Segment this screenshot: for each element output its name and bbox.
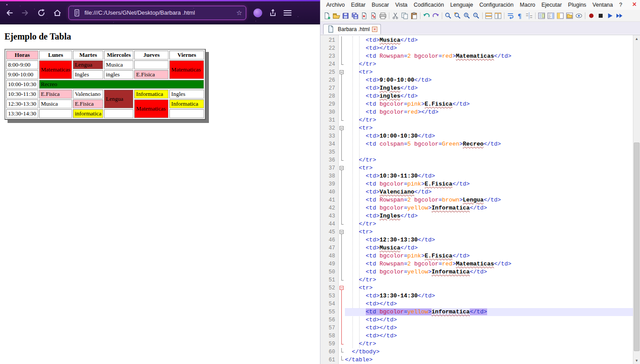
fold-marker[interactable] [338, 156, 345, 164]
fold-marker[interactable] [338, 236, 345, 244]
back-button[interactable] [3, 6, 16, 20]
code-line[interactable]: 22<td></td> [320, 44, 633, 52]
fold-marker[interactable] [338, 276, 345, 284]
code-line[interactable]: 45<tr> [320, 228, 633, 236]
forward-button[interactable] [19, 6, 32, 20]
code-line[interactable]: 29<td bgcolor=pink>E.Fisica</td> [320, 100, 633, 108]
fold-marker[interactable] [338, 356, 345, 364]
zoom-in-icon[interactable] [462, 11, 472, 20]
fold-marker[interactable] [338, 36, 345, 44]
play-macro-icon[interactable] [605, 11, 615, 20]
code-line[interactable]: 32<tr> [320, 124, 633, 132]
code-line[interactable]: 30<td bgcolor=red></td> [320, 108, 633, 116]
fold-marker[interactable] [338, 148, 345, 156]
fold-marker[interactable] [338, 124, 345, 132]
scroll-up-arrow[interactable]: ▲ [633, 35, 640, 42]
extension-icon[interactable] [253, 8, 262, 17]
monitoring-icon[interactable] [574, 11, 584, 20]
fold-marker[interactable] [338, 220, 345, 228]
reload-button[interactable] [35, 6, 48, 20]
cut-icon[interactable] [391, 11, 400, 20]
word-wrap-icon[interactable] [506, 11, 515, 20]
hamburger-menu-icon[interactable] [284, 10, 292, 16]
tab-close-icon[interactable]: × [372, 27, 377, 32]
code-line[interactable]: 41<td Rowspan=2 bgcolor=brown>Lengua</td… [320, 196, 633, 204]
fold-marker[interactable] [338, 52, 345, 60]
code-line[interactable]: 58<td></td> [320, 332, 633, 340]
copy-icon[interactable] [400, 11, 409, 20]
bookmark-star-icon[interactable]: ☆ [236, 9, 242, 16]
share-icon[interactable] [268, 8, 277, 17]
code-line[interactable]: 53<td>13:30-14:30</td> [320, 292, 633, 300]
menu-item-editar[interactable]: Editar [348, 1, 369, 9]
code-line[interactable]: 37<tr> [320, 164, 633, 172]
code-line[interactable]: 31</tr> [320, 116, 633, 124]
menu-item-vista[interactable]: Vista [392, 1, 411, 9]
fold-marker[interactable] [338, 44, 345, 52]
fold-marker[interactable] [338, 132, 345, 140]
find-icon[interactable] [444, 11, 453, 20]
fold-marker[interactable] [338, 260, 345, 268]
fold-marker[interactable] [338, 284, 345, 292]
menu-item-lenguaje[interactable]: Lenguaje [447, 1, 476, 9]
record-macro-icon[interactable] [587, 11, 596, 20]
code-line[interactable]: 36</tr> [320, 156, 633, 164]
code-line[interactable]: 50<td bgcolor=yellow>Informatica</td> [320, 268, 633, 276]
print-icon[interactable] [378, 11, 388, 20]
open-folder-icon[interactable] [332, 11, 341, 20]
code-line[interactable]: 24</tr> [320, 60, 633, 68]
code-line[interactable]: 56<td></td> [320, 316, 633, 324]
scroll-down-arrow[interactable]: ▼ [633, 357, 640, 364]
code-area[interactable]: 21<td>Musica</td>22<td></td>23<td Rowspa… [320, 35, 633, 364]
new-file-icon[interactable] [322, 11, 332, 20]
run-macro-multi-icon[interactable] [615, 11, 624, 20]
fold-marker[interactable] [338, 76, 345, 84]
home-button[interactable] [51, 6, 64, 20]
menu-item-configuracion[interactable]: Configuración [476, 1, 516, 9]
code-line[interactable]: 51</tr> [320, 276, 633, 284]
indent-guides-icon[interactable] [524, 11, 534, 20]
zoom-out-icon[interactable] [472, 11, 481, 20]
code-line[interactable]: 61</table> [320, 356, 633, 364]
code-line[interactable]: 52<tr> [320, 284, 633, 292]
sync-h-icon[interactable] [493, 11, 503, 20]
fold-marker[interactable] [338, 348, 345, 356]
code-line[interactable]: 28<td>ingles</td> [320, 92, 633, 100]
fold-marker[interactable] [338, 84, 345, 92]
vertical-scrollbar[interactable]: ▲ ▼ [633, 35, 640, 364]
code-line[interactable]: 46<td>12:30-13:30</td> [320, 236, 633, 244]
fold-marker[interactable] [338, 92, 345, 100]
menu-item-ventana[interactable]: Ventana [589, 1, 616, 9]
code-line[interactable]: 39<td bgcolor=pink>E.Fisica</td> [320, 180, 633, 188]
redo-icon[interactable] [431, 11, 440, 20]
menu-item-archivo[interactable]: Archivo [323, 1, 348, 9]
fold-marker[interactable] [338, 116, 345, 124]
scroll-thumb[interactable] [634, 142, 640, 351]
fold-marker[interactable] [338, 244, 345, 252]
code-line[interactable]: 27<td>Ingles</td> [320, 84, 633, 92]
menu-item-buscar[interactable]: Buscar [368, 1, 392, 9]
code-line[interactable]: 44</tr> [320, 220, 633, 228]
fold-marker[interactable] [338, 140, 345, 148]
code-line[interactable]: 55<td bgcolor=yellow>informatica</td> [320, 308, 633, 316]
code-line[interactable]: 57<td></td> [320, 324, 633, 332]
code-line[interactable]: 54<td></td> [320, 300, 633, 308]
show-all-chars-icon[interactable]: ¶ [515, 11, 524, 20]
code-line[interactable]: 40<td>Valenciano</td> [320, 188, 633, 196]
save-all-icon[interactable] [350, 11, 360, 20]
fold-marker[interactable] [338, 212, 345, 220]
folder-workspace-icon[interactable] [565, 11, 574, 20]
menu-item-ejecutar[interactable]: Ejecutar [538, 1, 565, 9]
fold-marker[interactable] [338, 252, 345, 260]
code-line[interactable]: 38<td>10:30-11:30</td> [320, 172, 633, 180]
stop-macro-icon[interactable] [596, 11, 605, 20]
fold-marker[interactable] [338, 204, 345, 212]
code-line[interactable]: 26<td>9:00-10:00</td> [320, 76, 633, 84]
doc-switcher-icon[interactable] [556, 11, 565, 20]
address-bar[interactable]: file:///C:/Users/GNet/Desktop/Barbara .h… [68, 6, 246, 20]
code-line[interactable]: 43<td>Ingles</td> [320, 212, 633, 220]
menu-item-macro[interactable]: Macro [517, 1, 539, 9]
menu-item-plugins[interactable]: Plugins [565, 1, 589, 9]
menu-item-codificacion[interactable]: Codificación [411, 1, 447, 9]
fold-marker[interactable] [338, 60, 345, 68]
